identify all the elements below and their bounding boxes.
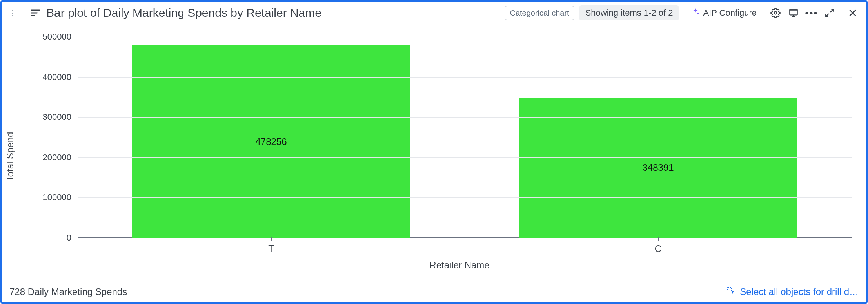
bars-container: 478256348391 <box>78 37 852 238</box>
bar-chart-icon <box>30 7 41 18</box>
y-tick-label: 500000 <box>24 32 71 42</box>
drill-down-label: Select all objects for drill d… <box>740 286 859 297</box>
panel-header: ⋮⋮ Bar plot of Daily Marketing Spends by… <box>2 2 866 24</box>
cursor-select-icon <box>726 286 736 298</box>
bar-column: 478256 <box>78 37 465 238</box>
ellipsis-icon: ••• <box>805 8 818 18</box>
svg-point-3 <box>774 12 777 14</box>
panel-footer: 728 Daily Marketing Spends Select all ob… <box>2 281 866 302</box>
y-axis-label: Total Spend <box>5 132 16 181</box>
svg-rect-4 <box>790 10 797 15</box>
y-tick-label: 100000 <box>24 192 71 203</box>
x-category-label: C <box>465 243 852 254</box>
y-tick-label: 0 <box>24 233 71 243</box>
footer-status: 728 Daily Marketing Spends <box>9 286 127 297</box>
bar-value-label: 478256 <box>255 136 287 147</box>
x-category-label: T <box>78 243 465 254</box>
more-button[interactable]: ••• <box>805 6 818 20</box>
aip-configure-label: AIP Configure <box>703 8 757 18</box>
divider <box>684 7 684 18</box>
y-tick-label: 300000 <box>24 112 71 122</box>
x-category-labels: TC <box>78 243 852 254</box>
gridline <box>78 37 852 37</box>
divider <box>841 7 841 18</box>
gridline <box>78 77 852 78</box>
gridline <box>78 157 852 158</box>
bar[interactable]: 478256 <box>132 45 410 238</box>
bar-value-label: 348391 <box>642 162 674 173</box>
chart-panel: ⋮⋮ Bar plot of Daily Marketing Spends by… <box>0 0 868 304</box>
expand-button[interactable] <box>823 6 836 20</box>
chart-type-chip[interactable]: Categorical chart <box>505 6 574 20</box>
items-shown-pill[interactable]: Showing items 1-2 of 2 <box>579 5 679 20</box>
divider <box>764 7 764 18</box>
drag-handle-icon[interactable]: ⋮⋮ <box>9 9 24 16</box>
settings-button[interactable] <box>769 6 782 20</box>
y-tick-label: 200000 <box>24 152 71 163</box>
y-tick-label: 400000 <box>24 72 71 82</box>
panel-title: Bar plot of Daily Marketing Spends by Re… <box>46 6 321 20</box>
svg-rect-12 <box>728 287 732 291</box>
close-button[interactable] <box>846 6 859 20</box>
chart-area: Total Spend 478256348391 TC Retailer Nam… <box>2 24 866 281</box>
drill-down-link[interactable]: Select all objects for drill d… <box>726 286 859 298</box>
gridline <box>78 238 852 238</box>
bar-column: 348391 <box>465 37 852 238</box>
aip-configure-button[interactable]: AIP Configure <box>689 6 759 20</box>
bar[interactable]: 348391 <box>519 98 797 238</box>
gridline <box>78 117 852 118</box>
gridline <box>78 197 852 198</box>
x-axis-label: Retailer Name <box>67 256 852 277</box>
present-button[interactable] <box>787 6 800 20</box>
sparkle-icon <box>691 7 700 18</box>
plot-region: 478256348391 TC Retailer Name 0100000200… <box>67 37 852 238</box>
